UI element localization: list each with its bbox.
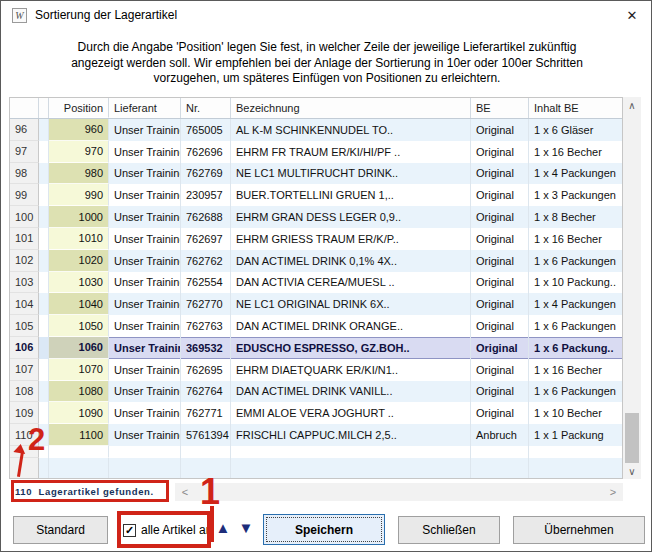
position-cell[interactable]: 1050 [49,315,109,337]
row-number: 101 [10,228,39,250]
table-row[interactable]: 107 1070 Unser Trainingslie.. 762695 EHR… [10,359,623,381]
table-row[interactable]: 103 1030 Unser Trainingslie.. 762554 DAN… [10,272,623,294]
row-marker-cell [39,446,49,458]
table-row[interactable]: 109 1090 Unser Trainingslie.. 762771 EMM… [10,402,623,424]
table-row[interactable]: 98 980 Unser Trainingslie.. 762769 NE LC… [10,163,623,185]
column-header-lieferant[interactable]: Lieferant [109,98,181,118]
inhalt-be-cell: 1 x 16 Becher [529,141,623,163]
row-number: 110 [10,424,39,446]
close-icon[interactable]: ✕ [621,5,643,25]
column-header-be[interactable]: BE [471,98,529,118]
lieferant-cell: Unser Trainingslie.. [109,250,181,272]
nr-cell: 762762 [181,250,231,272]
position-cell[interactable]: 1020 [49,250,109,272]
column-header-bezeichnung[interactable]: Bezeichnung [231,98,471,118]
row-marker-cell [39,272,49,294]
position-cell[interactable]: 970 [49,141,109,163]
be-cell: Original [471,293,529,315]
app-icon: W [12,8,27,23]
save-button[interactable]: Speichern [263,514,385,545]
inhalt-be-cell [529,446,623,458]
position-cell[interactable]: 1060 [49,337,109,359]
nr-cell: 762770 [181,293,231,315]
instruction-line-1: Durch die Angabe 'Position' legen Sie fe… [78,40,577,54]
column-header-inhalt-be[interactable]: Inhalt BE [529,98,623,118]
lieferant-cell: Unser Trainingslie.. [109,402,181,424]
row-marker-cell [39,359,49,381]
be-cell: Original [471,141,529,163]
scroll-up-icon[interactable]: ∧ [623,97,641,113]
column-header-marker [39,98,49,118]
position-cell[interactable]: 980 [49,163,109,185]
vertical-scrollbar-thumb[interactable] [625,413,639,463]
position-cell[interactable]: 990 [49,184,109,206]
nr-cell: 762764 [181,381,231,403]
bezeichnung-cell: EHRM FR TRAUM ER/KI/HI/PF .. [231,141,471,163]
table-row[interactable]: 110 1100 Unser Trainingslie.. 5761394 FR… [10,424,623,446]
position-cell[interactable]: 1030 [49,272,109,294]
row-number: 105 [10,315,39,337]
position-cell[interactable]: 1040 [49,293,109,315]
apply-button[interactable]: Übernehmen [513,516,645,544]
checkbox-checked-icon[interactable]: ✓ [123,524,136,537]
column-header-position[interactable]: Position [49,98,109,118]
table-row[interactable]: 102 1020 Unser Trainingslie.. 762762 DAN… [10,250,623,272]
inhalt-be-cell: 1 x 1 Packung [529,424,623,446]
scroll-left-icon[interactable]: < [177,483,193,501]
table-row[interactable]: 108 1080 Unser Trainingslie.. 762764 DAN… [10,381,623,403]
table-row[interactable]: 97 970 Unser Trainingslie.. 762696 EHRM … [10,141,623,163]
standard-button[interactable]: Standard [13,516,108,544]
position-cell[interactable]: 1070 [49,359,109,381]
be-cell: Original [471,228,529,250]
title-bar: W Sortierung der Lagerartikel ✕ [1,1,651,29]
be-cell: Original [471,402,529,424]
scroll-right-icon[interactable]: > [605,483,621,501]
table-row[interactable]: 100 1000 Unser Trainingslie.. 762688 EHR… [10,206,623,228]
column-header-nr[interactable]: Nr. [181,98,231,118]
lieferant-cell [109,446,181,458]
move-up-button[interactable]: ▲ [214,520,232,536]
scroll-down-icon[interactable]: ∨ [623,463,641,479]
row-number: 99 [10,184,39,206]
table-row[interactable]: 105 1050 Unser Trainingslie.. 762763 DAN… [10,315,623,337]
bezeichnung-cell [231,458,471,479]
row-marker-cell [39,402,49,424]
lieferant-cell: Unser Trainingslie.. [109,184,181,206]
bezeichnung-cell: EMMI ALOE VERA JOGHURT .. [231,402,471,424]
position-cell[interactable]: 1080 [49,381,109,403]
row-number: 106 [10,337,39,359]
position-cell[interactable]: 1000 [49,206,109,228]
nr-cell: 762688 [181,206,231,228]
position-cell[interactable]: 1010 [49,228,109,250]
table-row[interactable]: 101 1010 Unser Trainingslie.. 762697 EHR… [10,228,623,250]
move-down-button[interactable]: ▼ [237,520,255,536]
be-cell [471,458,529,479]
be-cell: Original [471,272,529,294]
position-cell[interactable]: 1090 [49,402,109,424]
row-marker-cell [39,228,49,250]
position-cell[interactable] [49,458,109,479]
lieferant-cell: Unser Trainingslie.. [109,119,181,141]
instruction-line-3: vorzugehen, um späteres Einfügen von Pos… [154,71,501,85]
be-cell: Original [471,184,529,206]
nr-cell: 230957 [181,184,231,206]
vertical-scrollbar[interactable]: ∧ ∨ [623,97,641,479]
nr-cell [181,458,231,479]
checkbox-label[interactable]: alle Artikel an [141,523,209,537]
table-row[interactable]: 99 990 Unser Trainingslie.. 230957 BUER.… [10,184,623,206]
position-cell[interactable]: 960 [49,119,109,141]
nr-cell: 762769 [181,163,231,185]
position-cell[interactable] [49,446,109,458]
row-marker-cell [39,184,49,206]
close-button[interactable]: Schließen [398,516,500,544]
be-cell: Original [471,163,529,185]
row-marker-cell [39,119,49,141]
inhalt-be-cell: 1 x 6 Packungen [529,315,623,337]
table-row[interactable]: 96 960 Unser Trainingslie.. 765005 AL K-… [10,119,623,141]
bezeichnung-cell: DAN ACTIMEL DRINK 0,1% 4X.. [231,250,471,272]
table-row[interactable]: 106 1060 Unser Trainingslie.. 369532 EDU… [10,337,623,359]
table-row[interactable]: 104 1040 Unser Trainingslie.. 762770 NE … [10,293,623,315]
horizontal-scrollbar[interactable]: < > [175,483,623,501]
bezeichnung-cell: EHRM DIAETQUARK ER/KI/N1.. [231,359,471,381]
position-cell[interactable]: 1100 [49,424,109,446]
